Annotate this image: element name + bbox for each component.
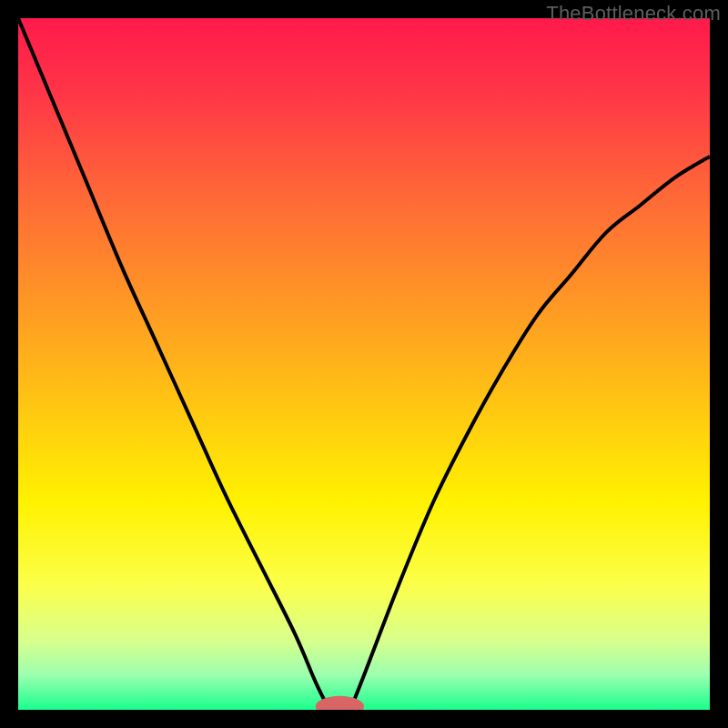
background-rect <box>18 18 710 710</box>
watermark-text: TheBottleneck.com <box>546 2 721 25</box>
chart-frame <box>18 18 710 710</box>
chart-svg <box>18 18 710 710</box>
